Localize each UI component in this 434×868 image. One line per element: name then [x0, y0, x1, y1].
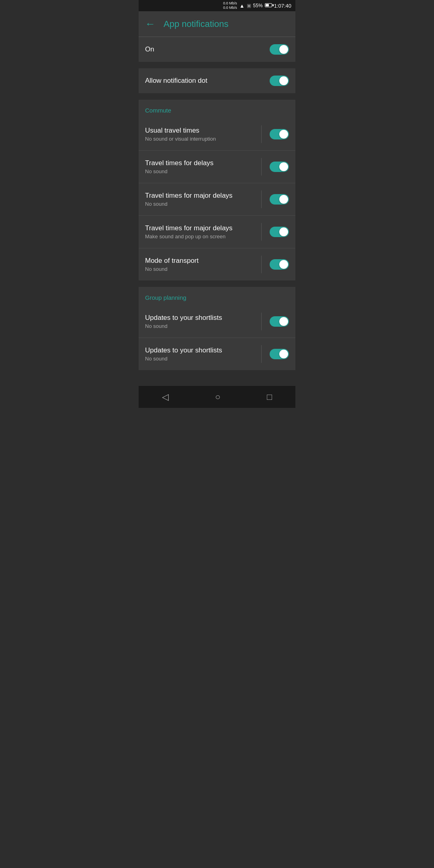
- updates-shortlists-2-knob: [279, 350, 288, 358]
- updates-shortlists-1-title: Updates to your shortlists: [145, 314, 222, 322]
- travel-times-major-1-content: Travel times for major delays No sound: [145, 192, 233, 207]
- travel-times-major-2-content: Travel times for major delays Make sound…: [145, 224, 233, 240]
- mode-of-transport-title: Mode of transport: [145, 257, 199, 265]
- divider-1: [139, 65, 295, 68]
- notification-dot-row: Allow notification dot: [139, 68, 295, 93]
- mode-of-transport-right: [261, 256, 289, 273]
- on-toggle-right: [270, 44, 289, 55]
- usual-travel-times-toggle[interactable]: [270, 129, 289, 139]
- mode-of-transport-knob: [279, 260, 288, 269]
- content-area: On Allow notification dot Commute: [139, 37, 295, 385]
- usual-travel-times-title: Usual travel times: [145, 127, 216, 135]
- updates-shortlists-1-toggle[interactable]: [270, 316, 289, 327]
- nav-recent-button[interactable]: □: [259, 389, 280, 405]
- nav-home-button[interactable]: ○: [207, 389, 228, 405]
- travel-times-delays-subtitle: No sound: [145, 168, 213, 174]
- notification-dot-label: Allow notification dot: [145, 77, 207, 85]
- group-planning-section: Group planning Updates to your shortlist…: [139, 287, 295, 370]
- travel-times-delays-toggle[interactable]: [270, 162, 289, 172]
- travel-times-delays-title: Travel times for delays: [145, 159, 213, 167]
- updates-shortlists-2-right: [261, 345, 289, 363]
- page-title: App notifications: [164, 19, 228, 29]
- sim-icon: ▣: [247, 3, 251, 8]
- notification-dot-knob: [279, 76, 288, 85]
- mode-of-transport-subtitle: No sound: [145, 266, 199, 272]
- status-icons: ▲ ▣ 55% 1:07:40: [240, 3, 291, 9]
- net-speed: 0.0 Mb/s 0.0 Mb/s: [223, 1, 237, 10]
- travel-times-major-2-knob: [279, 227, 288, 236]
- travel-times-major-1-knob: [279, 195, 288, 204]
- commute-section: Commute Usual travel times No sound or v…: [139, 100, 295, 280]
- travel-times-delays-right: [261, 158, 289, 176]
- usual-travel-times-right: [261, 125, 289, 143]
- updates-shortlists-2-title: Updates to your shortlists: [145, 346, 222, 354]
- vert-divider-7: [261, 345, 262, 363]
- notification-dot-toggle[interactable]: [270, 76, 289, 86]
- travel-times-major-2-toggle[interactable]: [270, 227, 289, 237]
- wifi-icon: ▲: [240, 3, 245, 9]
- usual-travel-times-subtitle: No sound or visual interruption: [145, 136, 216, 142]
- travel-times-major-2-right: [261, 223, 289, 241]
- travel-times-major-1-title: Travel times for major delays: [145, 192, 233, 200]
- travel-times-major-1-row: Travel times for major delays No sound: [139, 183, 295, 216]
- status-bar: 0.0 Mb/s 0.0 Mb/s ▲ ▣ 55% 1:07:40: [139, 0, 295, 11]
- updates-shortlists-2-subtitle: No sound: [145, 356, 222, 362]
- main-toggle-section: On: [139, 37, 295, 62]
- status-time: 1:07:40: [274, 3, 291, 9]
- travel-times-delays-content: Travel times for delays No sound: [145, 159, 213, 174]
- battery-icon: [265, 3, 272, 8]
- travel-times-major-1-right: [261, 190, 289, 208]
- updates-shortlists-2-toggle[interactable]: [270, 349, 289, 359]
- updates-shortlists-1-content: Updates to your shortlists No sound: [145, 314, 222, 329]
- commute-title: Commute: [145, 107, 171, 114]
- vert-divider-3: [261, 190, 262, 208]
- on-toggle-knob: [279, 45, 288, 54]
- usual-travel-times-row: Usual travel times No sound or visual in…: [139, 118, 295, 151]
- travel-times-major-2-row: Travel times for major delays Make sound…: [139, 216, 295, 248]
- mode-of-transport-toggle[interactable]: [270, 259, 289, 270]
- travel-times-delays-row: Travel times for delays No sound: [139, 151, 295, 183]
- travel-times-major-2-title: Travel times for major delays: [145, 224, 233, 232]
- updates-shortlists-2-row: Updates to your shortlists No sound: [139, 338, 295, 370]
- vert-divider: [261, 125, 262, 143]
- mode-of-transport-content: Mode of transport No sound: [145, 257, 199, 272]
- nav-bar: ◁ ○ □: [139, 385, 295, 408]
- on-toggle-label: On: [145, 45, 154, 53]
- travel-times-delays-knob: [279, 162, 288, 171]
- usual-travel-times-content: Usual travel times No sound or visual in…: [145, 127, 216, 142]
- notification-dot-section: Allow notification dot: [139, 68, 295, 93]
- on-toggle[interactable]: [270, 44, 289, 55]
- updates-shortlists-1-row: Updates to your shortlists No sound: [139, 305, 295, 338]
- group-planning-title: Group planning: [145, 294, 186, 301]
- divider-3: [139, 284, 295, 287]
- travel-times-major-2-subtitle: Make sound and pop up on screen: [145, 233, 233, 240]
- group-planning-header: Group planning: [139, 287, 295, 305]
- mode-of-transport-row: Mode of transport No sound: [139, 248, 295, 280]
- vert-divider-4: [261, 223, 262, 241]
- vert-divider-6: [261, 313, 262, 330]
- travel-times-major-1-toggle[interactable]: [270, 194, 289, 205]
- updates-shortlists-1-right: [261, 313, 289, 330]
- updates-shortlists-2-content: Updates to your shortlists No sound: [145, 346, 222, 362]
- back-button[interactable]: ←: [145, 18, 156, 30]
- updates-shortlists-1-subtitle: No sound: [145, 323, 222, 329]
- commute-header: Commute: [139, 100, 295, 118]
- app-header: ← App notifications: [139, 11, 295, 37]
- vert-divider-2: [261, 158, 262, 176]
- on-toggle-row: On: [139, 37, 295, 62]
- notification-dot-right: [270, 76, 289, 86]
- divider-2: [139, 96, 295, 100]
- divider-4: [139, 373, 295, 385]
- travel-times-major-1-subtitle: No sound: [145, 201, 233, 207]
- usual-travel-times-knob: [279, 130, 288, 139]
- updates-shortlists-1-knob: [279, 317, 288, 326]
- vert-divider-5: [261, 256, 262, 273]
- battery-percent: 55%: [253, 3, 263, 8]
- nav-back-button[interactable]: ◁: [154, 389, 177, 405]
